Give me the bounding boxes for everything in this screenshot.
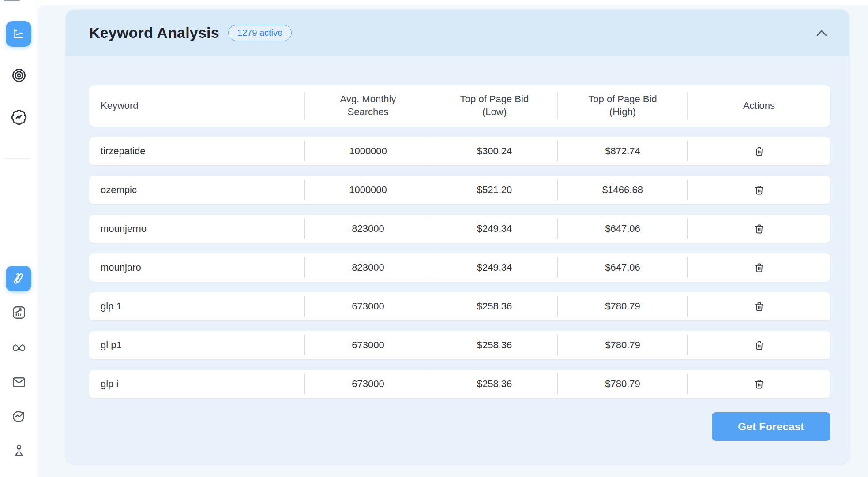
mail-icon xyxy=(11,374,27,390)
bid-low-cell: $258.36 xyxy=(431,292,558,320)
bid-low-value: $300.24 xyxy=(477,145,512,157)
chevron-up-icon xyxy=(815,29,828,37)
trash-icon xyxy=(753,301,765,313)
sidebar xyxy=(0,0,38,477)
delete-keyword-button[interactable] xyxy=(752,299,767,314)
table-row: gl p1 673000 $258.36 $780.79 xyxy=(89,331,830,359)
bid-low-cell: $258.36 xyxy=(431,331,558,359)
sidebar-item-reports[interactable] xyxy=(11,304,27,321)
actions-cell xyxy=(688,137,830,165)
sidebar-item-meta[interactable] xyxy=(11,339,27,356)
keyword-cell: mounjaro xyxy=(89,253,305,282)
delete-keyword-button[interactable] xyxy=(752,376,767,392)
table-header-row: Keyword Avg. Monthly Searches Top of Pag… xyxy=(89,85,830,127)
keyword-cell: glp i xyxy=(89,370,305,398)
bid-high-value: $1466.68 xyxy=(602,184,643,196)
keyword-cell: gl p1 xyxy=(89,331,305,359)
column-header-keyword: Keyword xyxy=(89,85,305,127)
pin-person-icon xyxy=(11,443,27,459)
bid-high-value: $647.06 xyxy=(605,262,640,273)
bid-low-cell: $521.20 xyxy=(431,176,558,204)
delete-keyword-button[interactable] xyxy=(752,338,767,353)
column-header-bid-low: Top of Page Bid (Low) xyxy=(431,85,558,127)
keyword-cell: glp 1 xyxy=(89,292,305,320)
bullseye-icon xyxy=(11,67,27,84)
searches-cell: 1000000 xyxy=(305,137,431,165)
sidebar-item-analytics[interactable] xyxy=(6,21,31,47)
bid-high-value: $780.79 xyxy=(605,339,640,351)
searches-value: 1000000 xyxy=(349,184,387,196)
keyword-text: glp 1 xyxy=(101,301,122,312)
panel-header: Keyword Analysis 1279 active xyxy=(66,10,849,56)
seal-activity-icon xyxy=(11,109,27,126)
table-row: ozempic 1000000 $521.20 $1466.68 xyxy=(89,176,830,204)
searches-cell: 673000 xyxy=(305,331,431,359)
sidebar-item-location[interactable] xyxy=(11,443,27,459)
bid-low-cell: $249.34 xyxy=(431,253,558,282)
actions-cell xyxy=(688,292,830,320)
keyword-analysis-panel: Keyword Analysis 1279 active Keyword Avg… xyxy=(66,10,849,464)
get-forecast-button[interactable]: Get Forecast xyxy=(712,412,830,441)
sidebar-item-google-ads[interactable] xyxy=(6,266,31,291)
page-title: Keyword Analysis xyxy=(89,24,219,41)
bid-low-value: $258.36 xyxy=(477,378,512,390)
searches-value: 823000 xyxy=(352,262,384,273)
searches-value: 1000000 xyxy=(349,145,387,157)
bid-high-cell: $780.79 xyxy=(558,331,688,359)
keyword-text: glp i xyxy=(101,378,118,390)
bid-high-value: $780.79 xyxy=(605,378,640,390)
bid-high-cell: $1466.68 xyxy=(558,176,688,204)
trash-icon xyxy=(753,378,765,390)
keyword-cell: mounjerno xyxy=(89,215,305,243)
sidebar-item-badge-seal[interactable] xyxy=(11,109,27,126)
table-row: tirzepatide 1000000 $300.24 $872.74 xyxy=(89,137,830,165)
searches-cell: 673000 xyxy=(305,370,431,398)
bid-low-value: $258.36 xyxy=(477,339,512,351)
sidebar-divider xyxy=(4,158,29,159)
sidebar-item-email[interactable] xyxy=(11,374,27,391)
collapse-panel-button[interactable] xyxy=(813,27,830,39)
active-count-badge: 1279 active xyxy=(228,25,292,41)
trash-icon xyxy=(753,262,765,274)
panel-footer: Get Forecast xyxy=(89,412,830,441)
bid-high-value: $780.79 xyxy=(605,301,640,312)
keyword-text: gl p1 xyxy=(101,339,122,351)
actions-cell xyxy=(688,215,830,243)
table-body: tirzepatide 1000000 $300.24 $872.74 ozem… xyxy=(89,137,830,398)
searches-cell: 1000000 xyxy=(305,176,431,204)
bid-low-cell: $249.34 xyxy=(431,215,558,243)
actions-cell xyxy=(688,331,830,359)
column-header-actions: Actions xyxy=(688,85,830,127)
searches-value: 823000 xyxy=(352,223,384,235)
searches-cell: 823000 xyxy=(305,215,431,243)
logo-partial xyxy=(4,0,20,1)
searches-value: 673000 xyxy=(352,301,384,312)
table-row: mounjaro 823000 $249.34 $647.06 xyxy=(89,253,830,282)
bid-low-value: $258.36 xyxy=(477,301,512,312)
trash-icon xyxy=(753,184,765,196)
searches-value: 673000 xyxy=(352,378,384,390)
trash-icon xyxy=(753,145,765,157)
sidebar-item-performance[interactable] xyxy=(11,408,27,425)
delete-keyword-button[interactable] xyxy=(752,183,767,198)
table-row: glp i 673000 $258.36 $780.79 xyxy=(89,370,830,398)
actions-cell xyxy=(688,253,830,282)
table-row: mounjerno 823000 $249.34 $647.06 xyxy=(89,215,830,243)
bid-high-cell: $872.74 xyxy=(558,137,688,165)
keyword-text: mounjerno xyxy=(101,223,147,235)
delete-keyword-button[interactable] xyxy=(752,260,767,276)
google-ads-icon xyxy=(11,271,26,287)
bid-high-cell: $780.79 xyxy=(558,370,688,398)
bid-high-cell: $647.06 xyxy=(558,215,688,243)
keyword-cell: tirzepatide xyxy=(89,137,305,165)
bid-high-cell: $780.79 xyxy=(558,292,688,320)
meta-icon xyxy=(11,340,27,356)
chart-spline-icon xyxy=(11,26,26,41)
delete-keyword-button[interactable] xyxy=(752,144,767,159)
column-header-searches: Avg. Monthly Searches xyxy=(305,85,431,127)
delete-keyword-button[interactable] xyxy=(752,221,767,237)
bid-high-value: $647.06 xyxy=(605,223,640,235)
chart-square-icon xyxy=(11,305,27,320)
sidebar-item-target[interactable] xyxy=(11,67,27,84)
bid-low-value: $249.34 xyxy=(477,262,512,273)
